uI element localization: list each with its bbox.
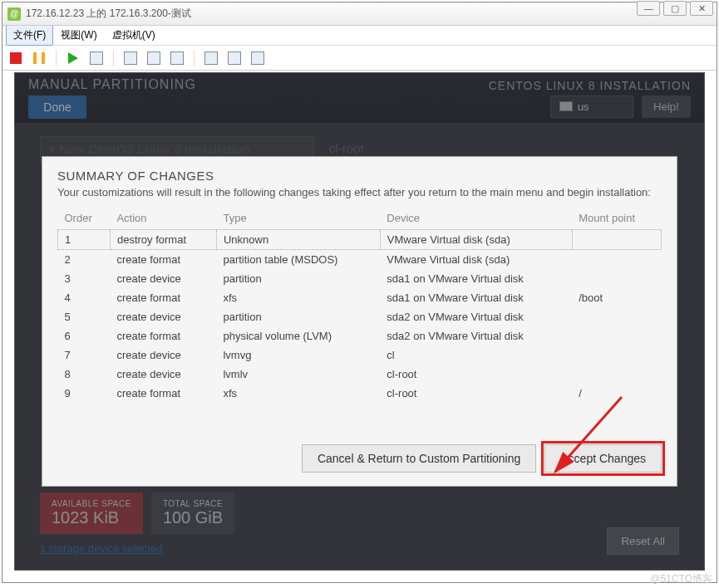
- play-icon[interactable]: [65, 50, 81, 66]
- cell-action: create format: [110, 288, 216, 307]
- watermark: @51CTO博客: [650, 572, 712, 586]
- table-row[interactable]: 8create devicelvmlvcl-root: [58, 365, 662, 384]
- cell-order: 1: [58, 230, 111, 250]
- cell-mount: [572, 365, 661, 384]
- cell-device: VMware Virtual disk (sda): [380, 230, 572, 250]
- cell-action: create device: [110, 269, 216, 288]
- cell-mount: [572, 269, 661, 288]
- cell-mount: [572, 326, 661, 345]
- cell-mount: [572, 230, 661, 250]
- cell-mount: [572, 250, 661, 270]
- annotation-arrow: [530, 389, 638, 488]
- cell-action: create device: [110, 307, 216, 326]
- col-device: Device: [380, 207, 572, 230]
- cell-device: VMware Virtual disk (sda): [380, 250, 572, 270]
- close-button[interactable]: ✕: [690, 1, 713, 16]
- cell-type: xfs: [216, 384, 380, 403]
- vsphere-icon: @: [7, 7, 21, 21]
- cancel-button[interactable]: Cancel & Return to Custom Partitioning: [302, 444, 536, 473]
- menu-view[interactable]: 视图(W): [53, 25, 104, 46]
- cell-action: create format: [110, 384, 216, 403]
- menu-bar: 文件(F) 视图(W) 虚拟机(V): [2, 26, 717, 46]
- snapshot-icon[interactable]: [122, 50, 139, 66]
- cell-device: cl-root: [380, 365, 572, 384]
- separator: [56, 50, 57, 66]
- cell-type: Unknown: [216, 230, 380, 250]
- cell-type: lvmvg: [216, 345, 380, 365]
- snapshot-manage-icon[interactable]: [145, 50, 162, 66]
- col-order: Order: [58, 207, 111, 230]
- cell-order: 8: [58, 365, 111, 384]
- cell-order: 2: [58, 250, 111, 270]
- table-row[interactable]: 4create formatxfssda1 on VMware Virtual …: [58, 288, 662, 307]
- cell-order: 9: [58, 384, 111, 403]
- table-row[interactable]: 6create formatphysical volume (LVM)sda2 …: [58, 326, 662, 345]
- refresh-icon[interactable]: [88, 50, 105, 66]
- dialog-title: SUMMARY OF CHANGES: [57, 169, 662, 183]
- floppy-icon[interactable]: [203, 50, 219, 66]
- cell-action: create format: [110, 250, 216, 270]
- cell-type: lvmlv: [216, 365, 380, 384]
- dialog-description: Your customizations will result in the f…: [57, 186, 662, 198]
- table-row[interactable]: 1destroy formatUnknownVMware Virtual dis…: [58, 230, 662, 250]
- cell-device: sda2 on VMware Virtual disk: [380, 326, 572, 345]
- col-type: Type: [216, 207, 380, 230]
- changes-table: Order Action Type Device Mount point 1de…: [57, 207, 662, 403]
- separator: [113, 50, 114, 66]
- menu-vm[interactable]: 虚拟机(V): [105, 25, 163, 46]
- usb-icon[interactable]: [249, 50, 266, 66]
- cell-type: physical volume (LVM): [216, 326, 380, 345]
- cell-device: sda1 on VMware Virtual disk: [380, 288, 572, 307]
- cell-order: 3: [58, 269, 111, 288]
- separator: [194, 50, 195, 66]
- table-row[interactable]: 2create formatpartition table (MSDOS)VMw…: [58, 250, 662, 270]
- minimize-button[interactable]: —: [637, 1, 660, 16]
- cell-type: partition table (MSDOS): [216, 250, 380, 270]
- table-row[interactable]: 7create devicelvmvgcl: [58, 345, 662, 365]
- pause-icon[interactable]: [31, 50, 47, 66]
- cell-order: 7: [58, 345, 111, 365]
- svg-line-0: [555, 397, 622, 472]
- cell-type: xfs: [216, 288, 380, 307]
- cell-order: 6: [58, 326, 111, 345]
- table-row[interactable]: 3create devicepartitionsda1 on VMware Vi…: [58, 269, 662, 288]
- cell-mount: [572, 345, 661, 365]
- cell-mount: /boot: [572, 288, 661, 307]
- cell-device: sda2 on VMware Virtual disk: [380, 307, 572, 326]
- network-icon[interactable]: [226, 50, 243, 66]
- installer-panel: MANUAL PARTITIONING Done CENTOS LINUX 8 …: [14, 72, 705, 571]
- cell-device: sda1 on VMware Virtual disk: [380, 269, 572, 288]
- toolbar: [2, 46, 717, 71]
- title-bar: @ 172.16.12.23 上的 172.16.3.200-测试 — ▢ ✕: [2, 2, 717, 26]
- cell-device: cl: [380, 345, 572, 365]
- table-row[interactable]: 5create devicepartitionsda2 on VMware Vi…: [58, 307, 662, 326]
- cell-mount: [572, 307, 661, 326]
- menu-file[interactable]: 文件(F): [6, 25, 53, 46]
- cd-icon[interactable]: [169, 50, 185, 66]
- cell-order: 5: [58, 307, 111, 326]
- cell-action: create device: [110, 365, 216, 384]
- maximize-button[interactable]: ▢: [663, 1, 687, 16]
- cell-action: destroy format: [110, 230, 216, 250]
- cell-type: partition: [216, 269, 380, 288]
- cell-type: partition: [216, 307, 380, 326]
- stop-icon[interactable]: [7, 50, 24, 66]
- cell-order: 4: [58, 288, 111, 307]
- window-title: 172.16.12.23 上的 172.16.3.200-测试: [26, 7, 191, 21]
- cell-action: create device: [110, 345, 216, 365]
- col-mount: Mount point: [572, 207, 661, 230]
- cell-action: create format: [110, 326, 216, 345]
- col-action: Action: [110, 207, 216, 230]
